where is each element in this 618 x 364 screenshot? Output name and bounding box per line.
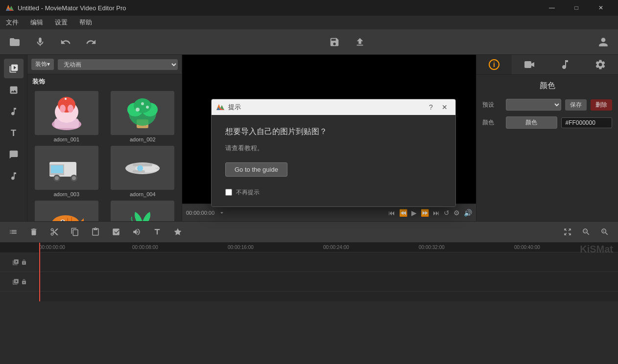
dialog-help-button[interactable]: ? — [425, 101, 437, 113]
dialog-title-bar: 提示 ? ✕ — [212, 99, 455, 115]
dialog-question: 想要导入自己的图片到贴图？ — [225, 127, 442, 137]
checkbox-label: 不再提示 — [236, 188, 260, 197]
dialog-title-text: 提示 — [228, 103, 241, 112]
guide-button[interactable]: Go to the guide — [225, 162, 287, 177]
dialog-title-controls: ? ✕ — [425, 101, 451, 113]
no-show-checkbox[interactable] — [225, 189, 232, 196]
dialog-close-button[interactable]: ✕ — [439, 101, 451, 113]
dialog-body: 想要导入自己的图片到贴图？ 请查看教程。 Go to the guide 不再提… — [212, 115, 455, 206]
dialog-title-left: 提示 — [216, 103, 241, 112]
dialog-logo — [216, 103, 224, 111]
dialog-footer: 不再提示 — [225, 188, 442, 197]
dialog-prompt: 提示 ? ✕ 想要导入自己的图片到贴图？ 请查看教程。 Go to the gu… — [211, 99, 456, 207]
dialog-subtext: 请查看教程。 — [225, 144, 442, 153]
dialog-overlay: 提示 ? ✕ 想要导入自己的图片到贴图？ 请查看教程。 Go to the gu… — [0, 0, 618, 364]
